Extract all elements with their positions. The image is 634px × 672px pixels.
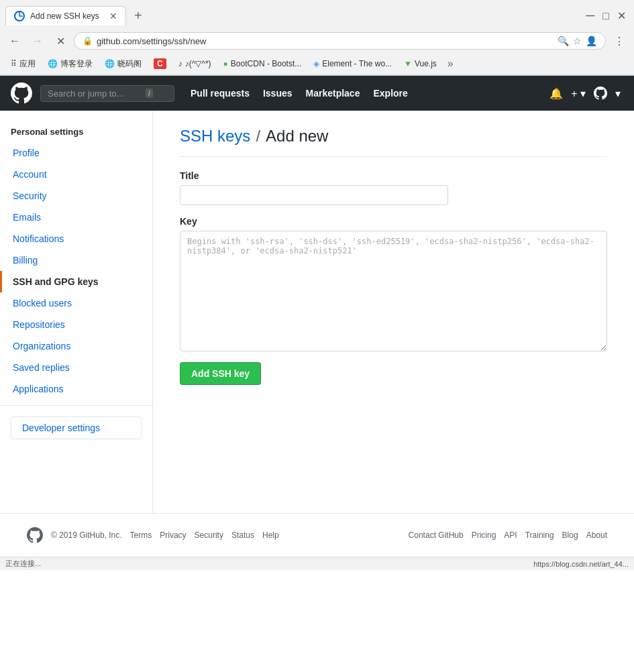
github-search[interactable]: /	[40, 85, 174, 102]
sidebar-item-billing[interactable]: Billing	[0, 249, 152, 271]
maximize-button[interactable]: □	[600, 7, 612, 25]
footer-link-training[interactable]: Training	[525, 530, 554, 540]
footer-link-contact[interactable]: Contact GitHub	[409, 530, 464, 540]
address-bar-search-icon[interactable]: 🔍	[558, 36, 569, 46]
bookmark-c[interactable]: C	[148, 56, 172, 71]
key-label: Key	[180, 216, 607, 227]
footer-right: Contact GitHub Pricing API Training Blog…	[409, 530, 607, 540]
bookmark-bootcdn[interactable]: ● BootCDN - Bootst...	[218, 57, 307, 70]
url-input[interactable]	[97, 36, 553, 46]
bookmark-label: BootCDN - Bootst...	[231, 59, 301, 68]
breadcrumb-link[interactable]: SSH keys	[180, 127, 250, 146]
nav-explore[interactable]: Explore	[368, 85, 413, 101]
page-heading: SSH keys / Add new	[180, 127, 607, 157]
close-button[interactable]: ✕	[615, 7, 629, 25]
notifications-bell-button[interactable]: 🔔	[547, 85, 566, 103]
footer-link-about[interactable]: About	[586, 530, 607, 540]
bookmark-label: Element - The wo...	[322, 59, 392, 68]
add-ssh-key-button[interactable]: Add SSH key	[180, 362, 261, 385]
back-button[interactable]: ←	[5, 32, 24, 50]
footer-copyright: © 2019 GitHub, Inc.	[51, 530, 122, 540]
bookmark-label: 应用	[19, 58, 36, 70]
bookmark-label: 博客登录	[60, 58, 93, 70]
bookmarks-bar: ⠿ 应用 🌐 博客登录 🌐 晓码阁 C ♪ ♪(^▽^*) ● BootCDN …	[0, 54, 634, 75]
bookmark-label: Vue.js	[415, 59, 437, 68]
sidebar-item-applications[interactable]: Applications	[0, 378, 152, 400]
nav-pull-requests[interactable]: Pull requests	[185, 85, 255, 101]
forward-button[interactable]: →	[28, 32, 47, 50]
sidebar-item-profile[interactable]: Profile	[0, 142, 152, 164]
sidebar-item-organizations[interactable]: Organizations	[0, 335, 152, 357]
footer-left: © 2019 GitHub, Inc. Terms Privacy Securi…	[27, 527, 279, 543]
globe-icon-2: 🌐	[105, 59, 115, 68]
bookmark-star-icon[interactable]: ☆	[573, 36, 582, 46]
sidebar-item-emails[interactable]: Emails	[0, 207, 152, 228]
menu-button[interactable]: ⋮	[610, 32, 629, 50]
status-bar-left: 正在连接...	[5, 559, 41, 569]
bookmark-label: ♪(^▽^*)	[185, 59, 211, 68]
nav-marketplace[interactable]: Marketplace	[301, 85, 366, 101]
bookmark-xiaoma[interactable]: 🌐 晓码阁	[99, 56, 147, 72]
key-textarea[interactable]	[180, 231, 607, 351]
vue-icon: ▼	[404, 59, 412, 68]
sidebar-item-repositories[interactable]: Repositories	[0, 314, 152, 335]
bookmark-blog[interactable]: 🌐 博客登录	[42, 56, 98, 72]
sidebar-item-ssh-gpg-keys[interactable]: SSH and GPG keys	[0, 271, 152, 292]
github-right-icons: 🔔 + ▾ ▾	[547, 84, 623, 103]
sidebar-section-title: Personal settings	[0, 121, 152, 142]
footer-links: Terms Privacy Security Status Help	[130, 530, 279, 540]
status-bar: 正在连接... https://blog.csdn.net/art_44...	[0, 557, 634, 570]
footer-link-help[interactable]: Help	[262, 530, 279, 540]
nav-issues[interactable]: Issues	[258, 85, 298, 101]
bookmark-apps[interactable]: ⠿ 应用	[5, 56, 41, 72]
globe-icon-1: 🌐	[48, 59, 58, 68]
address-bar[interactable]: 🔒 🔍 ☆ 👤	[74, 32, 606, 50]
github-logo[interactable]	[11, 82, 32, 104]
browser-tab[interactable]: Add new SSH keys ✕	[5, 6, 126, 25]
user-avatar-button[interactable]	[591, 84, 610, 103]
footer-link-blog[interactable]: Blog	[562, 530, 578, 540]
bookmark-music[interactable]: ♪ ♪(^▽^*)	[173, 57, 217, 70]
search-input[interactable]	[48, 89, 142, 99]
minimize-button[interactable]: ─	[584, 6, 598, 25]
status-bar-right: https://blog.csdn.net/art_44...	[533, 560, 629, 568]
sidebar-item-security[interactable]: Security	[0, 185, 152, 207]
sidebar-item-notifications[interactable]: Notifications	[0, 228, 152, 249]
footer-link-api[interactable]: API	[504, 530, 517, 540]
main-layout: Personal settings Profile Account Securi…	[0, 111, 634, 513]
sidebar-developer-settings[interactable]: Developer settings	[11, 416, 142, 439]
footer-link-pricing[interactable]: Pricing	[472, 530, 496, 540]
breadcrumb-separator: /	[256, 127, 260, 146]
sidebar-item-account[interactable]: Account	[0, 164, 152, 185]
footer-link-status[interactable]: Status	[231, 530, 254, 540]
apps-grid-icon: ⠿	[11, 59, 17, 68]
c-logo-icon: C	[154, 58, 166, 69]
key-form-group: Key	[180, 216, 607, 351]
add-menu-button[interactable]: + ▾	[568, 85, 588, 103]
footer-link-terms[interactable]: Terms	[130, 530, 152, 540]
footer-link-privacy[interactable]: Privacy	[160, 530, 186, 540]
bookmarks-more-button[interactable]: »	[443, 56, 458, 72]
title-label: Title	[180, 170, 607, 181]
reload-button[interactable]: ✕	[51, 32, 70, 50]
browser-controls: ← → ✕ 🔒 🔍 ☆ 👤 ⋮	[0, 29, 634, 54]
bookmark-vue[interactable]: ▼ Vue.js	[399, 57, 442, 70]
sidebar-item-saved-replies[interactable]: Saved replies	[0, 357, 152, 378]
account-icon[interactable]: 👤	[586, 36, 597, 46]
title-input[interactable]	[180, 185, 448, 205]
content-area: SSH keys / Add new Title Key Add SSH key	[153, 111, 634, 513]
bookmark-label: 晓码阁	[117, 58, 142, 70]
new-tab-button[interactable]: +	[129, 5, 148, 26]
sidebar-item-blocked-users[interactable]: Blocked users	[0, 292, 152, 314]
footer-link-security[interactable]: Security	[195, 530, 223, 540]
bootcdn-icon: ●	[223, 59, 228, 68]
header-menu-button[interactable]: ▾	[613, 85, 623, 103]
bookmark-element[interactable]: ◈ Element - The wo...	[308, 57, 397, 70]
footer-logo	[27, 527, 43, 543]
github-header: / Pull requests Issues Marketplace Explo…	[0, 76, 634, 111]
sidebar: Personal settings Profile Account Securi…	[0, 111, 153, 513]
tab-close-button[interactable]: ✕	[109, 11, 117, 21]
browser-titlebar: Add new SSH keys ✕ + ─ □ ✕	[0, 0, 634, 29]
title-form-group: Title	[180, 170, 607, 205]
sidebar-divider	[0, 405, 152, 406]
